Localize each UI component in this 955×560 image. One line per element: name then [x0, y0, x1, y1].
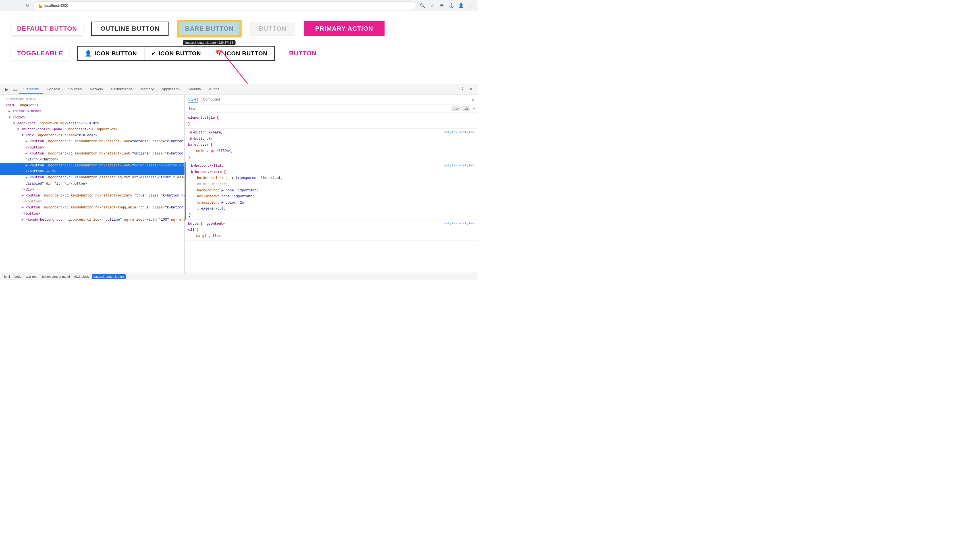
browser-toolbar: ← → ↻ 🔒 localhost:4200 🔍 ☆ ☰ ⚓ 👤 ⋮ — [0, 0, 478, 11]
html-line: …</button> — [0, 199, 185, 205]
back-button[interactable]: ← — [3, 2, 11, 10]
html-line-selected[interactable]: … ▶ <button _ngcontent-c1 kendobutton ng… — [0, 163, 185, 169]
breadcrumb-app-root[interactable]: app-root — [24, 274, 39, 279]
html-line: ▶ <button _ngcontent-c1 kendobutton ng-r… — [0, 193, 185, 199]
layers-icon[interactable]: ☰ — [438, 2, 446, 10]
css-source[interactable]: <style>…</style> — [444, 221, 474, 226]
reload-button[interactable]: ↻ — [23, 2, 31, 10]
toggleable-button[interactable]: TOGGLEABLE — [11, 47, 69, 60]
breadcrumb-body[interactable]: body — [13, 274, 23, 279]
css-closing-brace: } — [188, 122, 190, 126]
html-line: "ltr">…</button> — [0, 157, 185, 163]
html-line: disabled" dir="ltr">…</button> — [0, 181, 185, 187]
outline-button[interactable]: OUTLINE BUTTON — [91, 22, 169, 36]
menu-icon[interactable]: ⋮ — [467, 2, 474, 10]
devtools-tab-bar: ▶ ▭ Elements Console Sources Network Per… — [0, 84, 478, 95]
star-icon[interactable]: ☆ — [428, 2, 436, 10]
button-row-1: DEFAULT BUTTON OUTLINE BUTTON BARE BUTTO… — [11, 20, 466, 37]
css-source[interactable]: <style>…</style> — [444, 130, 474, 136]
breadcrumb-html[interactable]: html — [2, 274, 12, 279]
css-property: color: — [192, 149, 208, 153]
breadcrumb-button-control-panel[interactable]: button-control-panel — [40, 274, 72, 279]
tab-audits[interactable]: Audits — [205, 85, 223, 94]
main-content: DEFAULT BUTTON OUTLINE BUTTON BARE BUTTO… — [0, 11, 478, 91]
html-panel[interactable]: <!doctype html> <html lang="en"> ▶ <head… — [0, 95, 185, 273]
default-button[interactable]: DEFAULT BUTTON — [11, 22, 83, 35]
primary-button[interactable]: PRIMARY ACTION — [304, 21, 385, 36]
hov-filter-button[interactable]: :hov — [451, 106, 460, 111]
css-source[interactable]: <style>…</style> — [444, 163, 474, 169]
html-line: ▶ <button _ngcontent-c1 kendobutton ng-r… — [0, 151, 185, 157]
html-line: ▶ <button _ngcontent-c1 kendobutton ng-r… — [0, 205, 185, 211]
tab-security[interactable]: Security — [183, 85, 205, 94]
tab-styles[interactable]: Styles — [188, 97, 198, 103]
bare-button-tooltip: button.k-button.k-bare | 129.37×36 — [183, 40, 236, 45]
address-bar[interactable]: 🔒 localhost:4200 — [33, 2, 416, 10]
css-rule-button-ngcontent: button[_ngcontent- <style>…</style> c1] … — [185, 220, 478, 241]
calendar-icon: 📅 — [215, 50, 222, 57]
add-style-button[interactable]: + — [473, 106, 475, 111]
tab-console[interactable]: Console — [42, 85, 64, 94]
html-line: ▶ <button _ngcontent-c1 kendobutton ng-r… — [0, 139, 185, 145]
breadcrumb-button-k-bare[interactable]: button.k-button.k-bare — [92, 274, 126, 279]
icon-button-2[interactable]: ✓ ICON BUTTON — [144, 47, 208, 60]
css-closing-brace: } — [189, 213, 191, 217]
styles-filter-row: :hov .cls + — [185, 105, 478, 113]
url-display: localhost:4200 — [44, 3, 68, 8]
html-line: </button> — [0, 145, 185, 151]
css-value: 10px — [213, 234, 221, 238]
tab-memory[interactable]: Memory — [136, 85, 158, 94]
css-important-label: !important; — [260, 176, 283, 180]
css-value: ▶ transparent — [232, 176, 258, 180]
tab-elements[interactable]: Elements — [19, 85, 42, 94]
tab-performance[interactable]: Performance — [107, 85, 136, 94]
css-value: #ff69b4; — [217, 149, 233, 153]
html-line: ▼ <app-root _nghost-c0 ng-version="6.0.9… — [0, 121, 185, 126]
color-swatch-transparent — [226, 176, 229, 179]
cls-filter-button[interactable]: .cls — [462, 106, 470, 111]
html-line: ▼ <button-control-panel _ngcontent-c0 _n… — [0, 126, 185, 133]
html-line-selected-close: </button> == $0 — [0, 169, 185, 175]
styles-more-button[interactable]: » — [472, 97, 474, 101]
css-selector: element.style { — [188, 116, 219, 120]
disabled-button: BUTTON — [250, 22, 295, 36]
inspect-icon[interactable]: ▶ — [2, 85, 11, 94]
breadcrumb-div-k-block[interactable]: div.k-block — [72, 274, 90, 279]
tab-application[interactable]: Application — [158, 85, 184, 94]
html-line: ▼ <body> — [0, 115, 185, 121]
forward-button[interactable]: → — [13, 2, 21, 10]
tab-sources[interactable]: Sources — [64, 85, 86, 94]
more-tabs-button[interactable]: ⋮ — [458, 86, 467, 93]
css-value: ▶ color .2s — [221, 201, 244, 205]
icon-button-3[interactable]: 📅 ICON BUTTON — [208, 47, 274, 60]
css-property: background: — [193, 189, 219, 192]
icon-button-1[interactable]: 👤 ICON BUTTON — [78, 47, 144, 60]
css-selector: c1] { — [188, 228, 199, 232]
bare-button-wrapper: BARE BUTTON button.k-button.k-bare | 129… — [177, 20, 242, 37]
css-value: ease-in-out; — [201, 207, 225, 211]
device-icon[interactable]: ▭ — [11, 85, 19, 94]
css-selector: .k-button.k-bare { — [189, 170, 226, 174]
css-selector: .k-button.k- — [188, 137, 213, 141]
devtools-panel: ▶ ▭ Elements Console Sources Network Per… — [0, 84, 478, 280]
css-property-strikethrough: color: inherit; — [193, 183, 228, 186]
devtools-body: <!doctype html> <html lang="en"> ▶ <head… — [0, 95, 478, 273]
zoom-icon[interactable]: 🔍 — [418, 2, 426, 10]
css-rule-element-style: element.style { } — [185, 114, 478, 129]
extension-icon[interactable]: ⚓ — [447, 2, 456, 10]
tab-network[interactable]: Network — [86, 85, 108, 94]
icon-button-group: 👤 ICON BUTTON ✓ ICON BUTTON 📅 ICON BUTTO… — [77, 46, 275, 61]
css-rule-bare-flat: .k-button.k-flat, <style>…</style> .k-bu… — [185, 162, 478, 220]
html-line: <!doctype html> — [0, 97, 185, 103]
html-line: ▼ <div _ngcontent-c1 class="k-block"> — [0, 133, 185, 139]
close-devtools-button[interactable]: ✕ — [467, 86, 475, 93]
tab-computed[interactable]: Computed — [203, 97, 220, 103]
profile-icon[interactable]: 👤 — [457, 2, 465, 10]
plain-button[interactable]: BUTTON — [283, 47, 322, 60]
browser-icons: 🔍 ☆ ☰ ⚓ 👤 ⋮ — [418, 2, 474, 10]
css-property: transition: — [193, 201, 219, 205]
bare-button[interactable]: BARE BUTTON — [179, 22, 240, 35]
css-rules-panel: element.style { } .k-button.k-bare, <sty… — [185, 113, 478, 273]
styles-filter-input[interactable] — [187, 106, 449, 111]
css-property: border-color: — [193, 176, 224, 180]
